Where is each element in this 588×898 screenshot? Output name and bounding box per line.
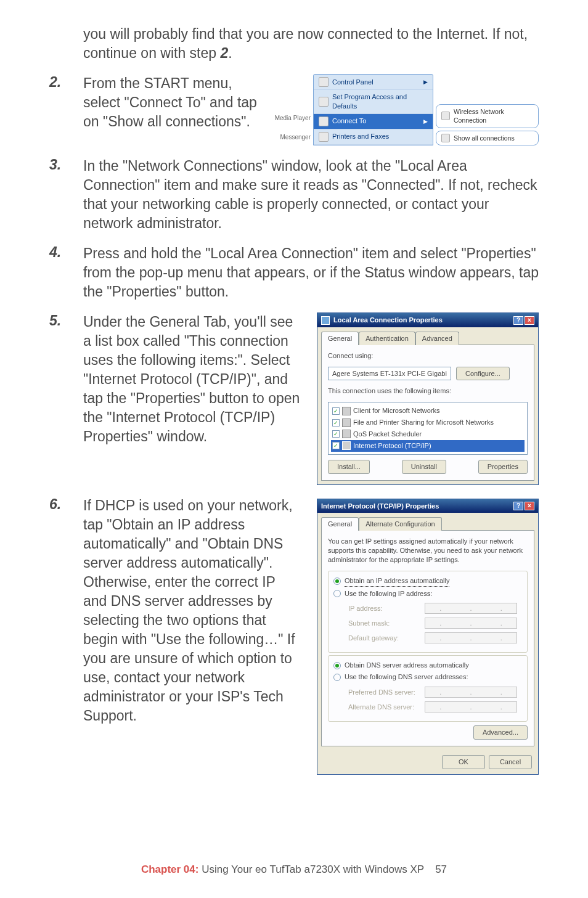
figure-tcpip-properties-dialog: Internet Protocol (TCP/IP) Properties ? … bbox=[317, 499, 539, 775]
printers-icon bbox=[319, 132, 329, 142]
list-item: ✓QoS Packet Scheduler bbox=[331, 428, 525, 440]
footer-page-number: 57 bbox=[435, 863, 447, 875]
radio-obtain-ip-auto[interactable]: Obtain an IP address automatically bbox=[333, 575, 522, 588]
checkbox[interactable]: ✓ bbox=[332, 430, 340, 438]
step-6-number: 6. bbox=[49, 496, 83, 775]
checkbox[interactable]: ✓ bbox=[332, 442, 340, 449]
step-6: 6. If DHCP is used on your network, tap … bbox=[49, 496, 539, 775]
ip-address-field: ... bbox=[425, 603, 517, 614]
radio-obtain-dns-auto[interactable]: Obtain DNS server address automatically bbox=[333, 659, 522, 671]
radio-use-dns[interactable]: Use the following DNS server addresses: bbox=[333, 671, 522, 683]
alt-dns-label: Alternate DNS server: bbox=[348, 703, 414, 712]
intro-text: you will probably find that you are now … bbox=[83, 25, 539, 63]
fps-icon bbox=[342, 418, 351, 427]
chevron-right-icon: ▶ bbox=[423, 78, 428, 86]
step-5-text: Under the General Tab, you'll see a list… bbox=[83, 312, 302, 446]
footer-chapter: Chapter 04: bbox=[141, 863, 199, 875]
tab-advanced[interactable]: Advanced bbox=[415, 332, 459, 345]
ip-group: Obtain an IP address automatically Use t… bbox=[328, 571, 528, 653]
dialog-titlebar: Local Area Connection Properties ? × bbox=[317, 313, 538, 327]
tab-authentication[interactable]: Authentication bbox=[359, 332, 415, 345]
menu-set-defaults[interactable]: Set Program Access andDefaults bbox=[314, 90, 433, 114]
close-button[interactable]: × bbox=[525, 502, 534, 510]
dialog-title: Local Area Connection Properties bbox=[333, 316, 443, 325]
checkbox[interactable]: ✓ bbox=[332, 407, 340, 415]
dialog-titlebar: Internet Protocol (TCP/IP) Properties ? … bbox=[317, 499, 538, 513]
adapter-field[interactable]: Agere Systems ET-131x PCI-E Gigabi bbox=[328, 367, 451, 381]
step-2-text: From the START menu, select "Connect To"… bbox=[83, 74, 260, 131]
pref-dns-label: Preferred DNS server: bbox=[348, 688, 415, 697]
tab-general[interactable]: General bbox=[321, 332, 359, 345]
menu-control-panel[interactable]: Control Panel▶ bbox=[314, 75, 433, 90]
cancel-button[interactable]: Cancel bbox=[489, 755, 532, 769]
step-4-text: Press and hold the "Local Area Connectio… bbox=[83, 244, 539, 301]
list-item: ✓File and Printer Sharing for Microsoft … bbox=[331, 417, 525, 428]
uninstall-button[interactable]: Uninstall bbox=[402, 460, 446, 474]
properties-button[interactable]: Properties bbox=[478, 460, 528, 474]
chevron-right-icon: ▶ bbox=[423, 118, 428, 125]
figure-lac-properties-dialog: Local Area Connection Properties ? × Gen… bbox=[317, 312, 539, 484]
step-5: 5. Under the General Tab, you'll see a l… bbox=[49, 312, 539, 484]
defaults-icon bbox=[319, 97, 329, 107]
dialog-icon bbox=[321, 316, 330, 325]
dns-group: Obtain DNS server address automatically … bbox=[328, 655, 528, 722]
uses-items-label: This connection uses the following items… bbox=[328, 386, 528, 396]
tcpip-icon bbox=[342, 441, 351, 450]
step-6-text: If DHCP is used on your network, tap "Ob… bbox=[83, 496, 302, 726]
step-3: 3. In the "Network Connections" window, … bbox=[49, 157, 539, 233]
help-button[interactable]: ? bbox=[513, 316, 523, 325]
radio-icon bbox=[333, 674, 341, 681]
close-button[interactable]: × bbox=[525, 316, 534, 325]
advanced-button[interactable]: Advanced... bbox=[473, 725, 528, 740]
wireless-icon bbox=[441, 112, 450, 120]
submenu-show-all[interactable]: Show all connections bbox=[436, 131, 539, 145]
alt-dns-field: ... bbox=[425, 701, 517, 712]
pref-dns-field: ... bbox=[425, 687, 517, 698]
radio-use-ip[interactable]: Use the following IP address: bbox=[333, 588, 522, 600]
tab-general[interactable]: General bbox=[321, 517, 359, 531]
tcpip-description: You can get IP settings assigned automat… bbox=[328, 537, 528, 565]
connect-to-icon bbox=[319, 116, 329, 126]
gateway-field: ... bbox=[425, 632, 517, 643]
list-item: ✓Client for Microsoft Networks bbox=[331, 405, 525, 417]
connection-items-listbox[interactable]: ✓Client for Microsoft Networks ✓File and… bbox=[328, 402, 528, 454]
radio-icon bbox=[333, 590, 341, 597]
tab-alt-config[interactable]: Alternate Configuration bbox=[359, 517, 442, 531]
gateway-label: Default gateway: bbox=[348, 634, 399, 643]
help-button[interactable]: ? bbox=[513, 502, 523, 510]
configure-button[interactable]: Configure... bbox=[456, 367, 510, 381]
ip-address-label: IP address: bbox=[348, 604, 382, 613]
checkbox[interactable]: ✓ bbox=[332, 419, 340, 427]
start-left-media-player: Media Player bbox=[275, 114, 311, 123]
radio-icon bbox=[333, 578, 341, 585]
step-2: 2. From the START menu, select "Connect … bbox=[49, 74, 539, 145]
step-3-text: In the "Network Connections" window, loo… bbox=[83, 157, 539, 233]
figure-start-menu: Media Player Messenger Control Panel▶ Se… bbox=[267, 74, 539, 145]
radio-icon bbox=[333, 662, 341, 669]
list-item-selected: ✓Internet Protocol (TCP/IP) bbox=[331, 440, 525, 452]
intro-step-ref: 2 bbox=[220, 45, 228, 61]
step-3-number: 3. bbox=[49, 157, 83, 233]
connect-using-label: Connect using: bbox=[328, 351, 528, 361]
footer-title: Using Your eo TufTab a7230X with Windows… bbox=[198, 863, 424, 875]
step-2-number: 2. bbox=[49, 74, 83, 145]
step-4: 4. Press and hold the "Local Area Connec… bbox=[49, 244, 539, 301]
ok-button[interactable]: OK bbox=[442, 755, 485, 769]
connections-icon bbox=[441, 134, 450, 142]
qos-icon bbox=[342, 430, 351, 438]
start-left-messenger: Messenger bbox=[280, 133, 311, 142]
dialog-title: Internet Protocol (TCP/IP) Properties bbox=[321, 502, 439, 511]
intro-main: you will probably find that you are now … bbox=[83, 26, 528, 61]
submenu-wireless[interactable]: Wireless Network Connection bbox=[436, 104, 539, 128]
client-icon bbox=[342, 407, 351, 415]
menu-connect-to[interactable]: Connect To▶ bbox=[314, 114, 433, 129]
subnet-field: ... bbox=[425, 618, 517, 629]
menu-printers-faxes[interactable]: Printers and Faxes bbox=[314, 129, 433, 145]
page-footer: Chapter 04: Using Your eo TufTab a7230X … bbox=[0, 863, 588, 876]
subnet-label: Subnet mask: bbox=[348, 619, 390, 628]
step-4-number: 4. bbox=[49, 244, 83, 301]
install-button[interactable]: Install... bbox=[328, 460, 370, 474]
control-panel-icon bbox=[319, 77, 329, 87]
step-5-number: 5. bbox=[49, 312, 83, 484]
